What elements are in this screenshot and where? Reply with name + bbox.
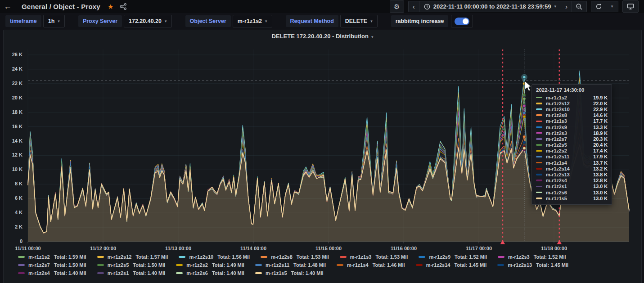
y-tick-label: 18 K (4, 109, 23, 115)
time-shift-back-button[interactable]: ‹ (408, 1, 419, 12)
refresh-icon (595, 3, 602, 10)
tooltip-series-value: 22.9 K (593, 107, 608, 112)
zoom-out-button[interactable] (572, 1, 587, 12)
rabbitmq-increase-label: rabbitmq increase (391, 15, 449, 27)
time-shift-forward-button[interactable]: › (561, 1, 572, 12)
timeframe-value: 1h (48, 18, 55, 24)
legend-item-m-r1z1s3[interactable]: m-r1z1s3Total: 1.53 Mil (340, 253, 408, 261)
tooltip-series-name: m-r1z2s3 (546, 130, 593, 136)
legend-item-m-r1z2s13[interactable]: m-r1z2s13Total: 1.45 Mil (497, 261, 568, 269)
tooltip-row-m-r1z2s14: m-r1z2s1413.2 K (536, 166, 608, 171)
clock-icon (424, 4, 430, 10)
breadcrumb[interactable]: General / Object - Proxy (22, 3, 100, 10)
tooltip-series-value: 12.8 K (593, 178, 608, 183)
legend-item-m-r1z2s1[interactable]: m-r1z2s1Total: 1.40 Mil (97, 269, 166, 277)
legend-item-m-r1z2s2[interactable]: m-r1z2s2Total: 1.49 Mil (176, 261, 244, 269)
tooltip-series-name: m-r1z2s8 (546, 112, 593, 118)
tooltip-series-value: 17.7 K (593, 118, 608, 124)
x-tick-label: 11/17 00:00 (457, 246, 500, 251)
tooltip-swatch (536, 114, 542, 116)
y-tick-label: 8 K (4, 181, 23, 186)
legend-series-total: Total: 1.49 Mil (212, 262, 244, 268)
tooltip-swatch (536, 156, 542, 158)
legend-swatch (497, 264, 504, 266)
legend-item-m-r1z1s4[interactable]: m-r1z1s4Total: 1.46 Mil (337, 261, 405, 269)
tooltip-series-name: m-r1z1s3 (546, 118, 593, 124)
tooltip-row-m-r1z1s4: m-r1z1s413.7 K (536, 160, 608, 166)
time-picker-group: ‹ 2022-11-11 00:00:00 to 2022-11-18 23:5… (408, 1, 587, 12)
tooltip-swatch (536, 144, 542, 146)
object-server-dropdown[interactable]: m-r1z1s2 ▾ (233, 15, 272, 27)
legend-swatch (97, 272, 104, 274)
top-nav: ← General / Object - Proxy ★ ⚙ ‹ 2022-11… (0, 0, 644, 13)
legend-series-total: Total: 1.56 Mil (217, 254, 250, 260)
tooltip-row-m-r1z2s9: m-r1z2s913.3 K (536, 124, 608, 130)
legend-item-m-r1z2s12[interactable]: m-r1z2s12Total: 1.57 Mil (97, 253, 168, 261)
legend-item-m-r1z2s4[interactable]: m-r1z2s4Total: 1.40 Mil (18, 269, 86, 277)
refresh-button[interactable] (591, 1, 606, 12)
chevron-down-icon: ▾ (611, 4, 613, 9)
tooltip-row-m-r1z1s2: m-r1z1s219.9 K (536, 94, 608, 100)
x-tick-label: 11/15 00:00 (307, 246, 350, 251)
tooltip-series-value: 17.4 K (593, 148, 608, 153)
legend-item-m-r1z1s5[interactable]: m-r1z1s5Total: 1.40 Mil (255, 269, 324, 277)
tooltip-timestamp: 2022-11-17 14:30:00 (536, 87, 608, 93)
object-server-label: Object Server (185, 15, 231, 27)
tooltip-swatch (536, 108, 542, 110)
tooltip-row-m-r1z2s10: m-r1z2s1022.9 K (536, 106, 608, 112)
tooltip-series-name: m-r1z2s10 (546, 107, 593, 112)
timeframe-label: timeframe (5, 15, 41, 27)
tooltip-swatch (536, 180, 542, 181)
zoom-out-icon (576, 3, 583, 10)
legend-series-total: Total: 1.53 Mil (297, 254, 329, 260)
refresh-interval-dropdown[interactable]: ▾ (606, 1, 618, 12)
request-method-dropdown[interactable]: DELETE ▾ (340, 15, 378, 27)
legend-series-name: m-r1z2s7 (28, 262, 50, 268)
tooltip-series-name: m-r1z2s12 (546, 101, 593, 106)
chevron-down-icon: ▾ (165, 19, 167, 23)
dashboard-settings-button[interactable]: ⚙ (390, 0, 404, 13)
time-range-button[interactable]: 2022-11-11 00:00:00 to 2022-11-18 23:59:… (419, 1, 561, 12)
legend-item-m-r1z2s3[interactable]: m-r1z2s3Total: 1.52 Mil (498, 253, 566, 261)
tooltip-series-value: 13.7 K (593, 160, 608, 166)
share-icon[interactable] (120, 3, 127, 10)
legend-series-total: Total: 1.45 Mil (536, 262, 568, 268)
rabbitmq-increase-toggle[interactable] (455, 18, 469, 25)
tooltip-row-m-r1z2s1: m-r1z2s113.0 K (536, 184, 608, 189)
tooltip-row-m-r1z2s13: m-r1z2s1313.8 K (536, 171, 608, 177)
legend-item-m-r1z2s6[interactable]: m-r1z2s6Total: 1.40 Mil (176, 269, 244, 277)
tooltip-series-value: 22.0 K (593, 101, 608, 106)
favorite-star-icon[interactable]: ★ (108, 3, 113, 10)
legend-swatch (18, 264, 25, 266)
legend-item-m-r1z1s2[interactable]: m-r1z1s2Total: 1.59 Mil (18, 253, 86, 261)
timeframe-dropdown[interactable]: 1h ▾ (43, 15, 65, 27)
mouse-cursor (524, 81, 534, 92)
chevron-down-icon: ▾ (58, 19, 60, 23)
legend-series-name: m-r1z1s5 (266, 270, 287, 276)
request-method-label: Request Method (286, 15, 338, 27)
legend-series-name: m-r1z2s5 (108, 262, 129, 268)
legend-item-m-r1z2s14[interactable]: m-r1z2s14Total: 1.45 Mil (416, 261, 487, 269)
panel-title[interactable]: DELETE 172.20.40.20 - Distribution▾ (4, 33, 641, 40)
legend-swatch (261, 256, 267, 258)
legend-item-m-r1z2s9[interactable]: m-r1z2s9Total: 1.52 Mil (419, 253, 487, 261)
tooltip-series-name: m-r1z2s5 (546, 142, 593, 148)
legend-item-m-r1z2s8[interactable]: m-r1z2s8Total: 1.53 Mil (261, 253, 329, 261)
legend-swatch (498, 256, 504, 258)
legend-item-m-r1z2s11[interactable]: m-r1z2s11Total: 1.48 Mil (255, 261, 326, 269)
tooltip-row-m-r1z2s8: m-r1z2s814.6 K (536, 112, 608, 118)
tooltip-series-name: m-r1z1s4 (546, 160, 593, 166)
tooltip-series-name: m-r1z2s11 (546, 154, 593, 159)
proxy-server-dropdown[interactable]: 172.20.40.20 ▾ (124, 15, 172, 27)
legend-item-m-r1z2s10[interactable]: m-r1z2s10Total: 1.56 Mil (179, 253, 250, 261)
tooltip-series-value: 13.0 K (593, 196, 608, 201)
tooltip-swatch (536, 103, 542, 104)
legend-item-m-r1z2s7[interactable]: m-r1z2s7Total: 1.50 Mil (18, 261, 86, 269)
legend-item-m-r1z2s5[interactable]: m-r1z2s5Total: 1.50 Mil (97, 261, 166, 269)
panel-title-text: DELETE 172.20.40.20 - Distribution (272, 33, 369, 40)
x-tick-label: 11/16 00:00 (382, 246, 425, 251)
legend-series-total: Total: 1.50 Mil (54, 262, 86, 268)
back-arrow-icon[interactable]: ← (0, 2, 15, 11)
kiosk-mode-button[interactable] (622, 0, 639, 13)
x-tick-label: 11/18 00:00 (532, 246, 576, 251)
